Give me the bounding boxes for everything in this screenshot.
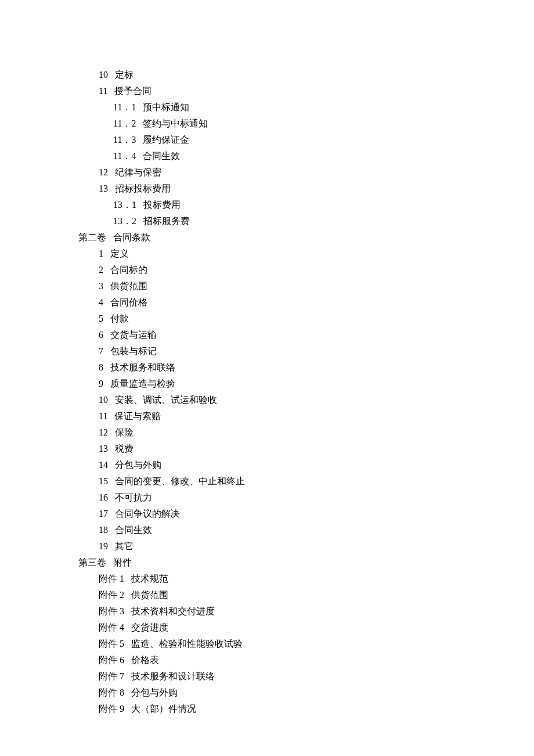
toc-entry: 10 安装、调试、试运和验收 bbox=[0, 392, 534, 408]
toc-entry: 2 合同标的 bbox=[0, 262, 534, 278]
toc-entry: 1 定义 bbox=[0, 246, 534, 262]
toc-entry: 附件 6 价格表 bbox=[0, 652, 534, 668]
toc-entry: 6 交货与运输 bbox=[0, 327, 534, 343]
toc-entry: 14 分包与外购 bbox=[0, 457, 534, 473]
toc-entry: 附件 1 技术规范 bbox=[0, 571, 534, 587]
toc-entry: 3 供货范围 bbox=[0, 278, 534, 294]
toc-entry: 附件 9 大（部）件情况 bbox=[0, 701, 534, 717]
toc-entry: 12 保险 bbox=[0, 424, 534, 441]
toc-container: 10 定标11 授予合同11．1 预中标通知11．2 签约与中标通知11．3 履… bbox=[0, 67, 534, 717]
toc-entry: 11．2 签约与中标通知 bbox=[0, 116, 534, 132]
toc-entry: 13 税费 bbox=[0, 441, 534, 457]
toc-entry: 7 包装与标记 bbox=[0, 343, 534, 359]
toc-entry: 9 质量监造与检验 bbox=[0, 376, 534, 392]
toc-entry: 10 定标 bbox=[0, 67, 534, 83]
toc-entry: 11．4 合同生效 bbox=[0, 148, 534, 164]
toc-entry: 19 其它 bbox=[0, 538, 534, 555]
toc-entry: 5 付款 bbox=[0, 311, 534, 327]
toc-entry: 18 合同生效 bbox=[0, 522, 534, 538]
toc-entry: 11．1 预中标通知 bbox=[0, 99, 534, 116]
toc-entry: 11 保证与索赔 bbox=[0, 408, 534, 424]
toc-entry: 12 纪律与保密 bbox=[0, 164, 534, 181]
toc-entry: 附件 3 技术资料和交付进度 bbox=[0, 603, 534, 620]
toc-entry: 4 合同价格 bbox=[0, 294, 534, 311]
toc-entry: 13．2 招标服务费 bbox=[0, 213, 534, 229]
toc-entry: 15 合同的变更、修改、中止和终止 bbox=[0, 473, 534, 489]
toc-entry: 附件 2 供货范围 bbox=[0, 587, 534, 603]
toc-entry: 附件 4 交货进度 bbox=[0, 620, 534, 636]
toc-entry: 8 技术服务和联络 bbox=[0, 359, 534, 376]
toc-entry: 13 招标投标费用 bbox=[0, 181, 534, 197]
toc-entry: 附件 5 监造、检验和性能验收试验 bbox=[0, 636, 534, 652]
toc-entry: 第二卷 合同条款 bbox=[0, 229, 534, 246]
toc-entry: 第三卷 附件 bbox=[0, 555, 534, 571]
toc-entry: 11 授予合同 bbox=[0, 83, 534, 99]
toc-entry: 17 合同争议的解决 bbox=[0, 506, 534, 522]
toc-entry: 附件 8 分包与外购 bbox=[0, 685, 534, 701]
toc-entry: 13．1 投标费用 bbox=[0, 197, 534, 213]
toc-entry: 16 不可抗力 bbox=[0, 489, 534, 506]
toc-entry: 附件 7 技术服务和设计联络 bbox=[0, 668, 534, 685]
toc-entry: 11．3 履约保证金 bbox=[0, 132, 534, 148]
